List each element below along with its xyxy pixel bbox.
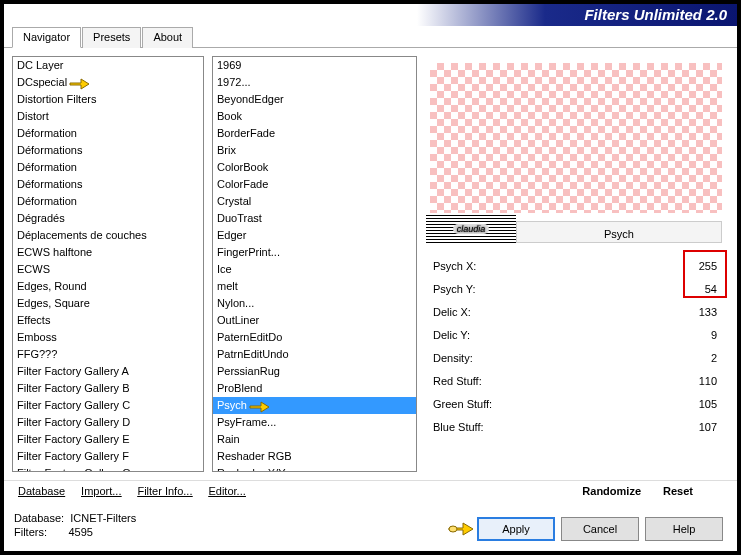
apply-button[interactable]: Apply [477, 517, 555, 541]
category-item[interactable]: Filter Factory Gallery F [13, 448, 203, 465]
help-button[interactable]: Help [645, 517, 723, 541]
list-item-label: Déformation [17, 127, 77, 139]
category-item[interactable]: Effects [13, 312, 203, 329]
list-item-label: ProBlend [217, 382, 262, 394]
param-row[interactable]: Delic Y:9 [429, 323, 721, 346]
filter-item[interactable]: Ice [213, 261, 416, 278]
cancel-button[interactable]: Cancel [561, 517, 639, 541]
tab-navigator[interactable]: Navigator [12, 27, 81, 48]
filter-item[interactable]: Book [213, 108, 416, 125]
param-row[interactable]: Blue Stuff:107 [429, 415, 721, 438]
param-row[interactable]: Psych Y:54 [429, 277, 721, 300]
filter-item[interactable]: Reshader RGB [213, 448, 416, 465]
filter-item[interactable]: PerssianRug [213, 363, 416, 380]
filter-item[interactable]: PaternEditDo [213, 329, 416, 346]
category-item[interactable]: DCspecial [13, 74, 203, 91]
filter-item[interactable]: DuoTrast [213, 210, 416, 227]
param-row[interactable]: Red Stuff:110 [429, 369, 721, 392]
list-item-label: Emboss [17, 331, 57, 343]
category-item[interactable]: Edges, Round [13, 278, 203, 295]
filter-item[interactable]: Reshader X/Y [213, 465, 416, 472]
filter-item[interactable]: Brix [213, 142, 416, 159]
category-item[interactable]: Distort [13, 108, 203, 125]
param-label: Density: [433, 352, 473, 364]
pointer-hand-icon [69, 76, 89, 90]
list-item-label: Nylon... [217, 297, 254, 309]
list-item-label: Déformation [17, 195, 77, 207]
filter-item[interactable]: Psych [213, 397, 416, 414]
param-value: 110 [677, 375, 717, 387]
list-item-label: DC Layer [17, 59, 63, 71]
category-item[interactable]: Filter Factory Gallery A [13, 363, 203, 380]
filter-item[interactable]: Rain [213, 431, 416, 448]
category-item[interactable]: FFG??? [13, 346, 203, 363]
category-item[interactable]: Déformation [13, 193, 203, 210]
parameters-panel: Psych X:255Psych Y:54Delic X:133Delic Y:… [425, 250, 729, 472]
category-item[interactable]: Dégradés [13, 210, 203, 227]
category-item[interactable]: Distortion Filters [13, 91, 203, 108]
category-item[interactable]: ECWS halftone [13, 244, 203, 261]
tab-presets[interactable]: Presets [82, 27, 141, 48]
filter-item[interactable]: ProBlend [213, 380, 416, 397]
param-label: Blue Stuff: [433, 421, 484, 433]
filter-item[interactable]: 1972... [213, 74, 416, 91]
list-item-label: Déformations [17, 144, 82, 156]
list-item-label: Ice [217, 263, 232, 275]
category-item[interactable]: Filter Factory Gallery D [13, 414, 203, 431]
list-item-label: Filter Factory Gallery B [17, 382, 129, 394]
category-list[interactable]: DC LayerDCspecialDistortion FiltersDisto… [12, 56, 204, 472]
category-item[interactable]: Filter Factory Gallery E [13, 431, 203, 448]
filter-item[interactable]: BorderFade [213, 125, 416, 142]
param-value: 105 [677, 398, 717, 410]
randomize-link[interactable]: Randomize [582, 485, 641, 497]
filter-item[interactable]: FingerPrint... [213, 244, 416, 261]
editor-link[interactable]: Editor... [208, 485, 245, 497]
import-link[interactable]: Import... [81, 485, 121, 497]
filter-item[interactable]: 1969 [213, 57, 416, 74]
filter-item[interactable]: Crystal [213, 193, 416, 210]
category-item[interactable]: Déformations [13, 142, 203, 159]
list-item-label: Déplacements de couches [17, 229, 147, 241]
list-item-label: Book [217, 110, 242, 122]
list-item-label: DuoTrast [217, 212, 262, 224]
content-area: DC LayerDCspecialDistortion FiltersDisto… [4, 48, 737, 480]
app-title: Filters Unlimited 2.0 [584, 6, 727, 23]
filter-info-link[interactable]: Filter Info... [137, 485, 192, 497]
param-label: Psych Y: [433, 283, 476, 295]
tab-about[interactable]: About [142, 27, 193, 48]
category-item[interactable]: Déformation [13, 159, 203, 176]
category-item[interactable]: Déformations [13, 176, 203, 193]
filter-item[interactable]: Edger [213, 227, 416, 244]
category-item[interactable]: Edges, Square [13, 295, 203, 312]
filter-item[interactable]: ColorFade [213, 176, 416, 193]
param-row[interactable]: Psych X:255 [429, 254, 721, 277]
filter-item[interactable]: ColorBook [213, 159, 416, 176]
category-item[interactable]: Emboss [13, 329, 203, 346]
param-value: 133 [677, 306, 717, 318]
filter-label-row: claudia Psych [426, 215, 722, 245]
filter-item[interactable]: OutLiner [213, 312, 416, 329]
list-item-label: Distort [17, 110, 49, 122]
category-item[interactable]: Déformation [13, 125, 203, 142]
category-item[interactable]: ECWS [13, 261, 203, 278]
database-link[interactable]: Database [18, 485, 65, 497]
category-item[interactable]: DC Layer [13, 57, 203, 74]
button-row: Apply Cancel Help [447, 517, 723, 541]
category-item[interactable]: Déplacements de couches [13, 227, 203, 244]
category-item[interactable]: Filter Factory Gallery G [13, 465, 203, 472]
param-row[interactable]: Green Stuff:105 [429, 392, 721, 415]
category-item[interactable]: Filter Factory Gallery C [13, 397, 203, 414]
filter-list[interactable]: 19691972...BeyondEdgerBookBorderFadeBrix… [212, 56, 417, 472]
filter-item[interactable]: Nylon... [213, 295, 416, 312]
param-row[interactable]: Density:2 [429, 346, 721, 369]
filter-item[interactable]: melt [213, 278, 416, 295]
param-value: 9 [677, 329, 717, 341]
list-item-label: 1969 [217, 59, 241, 71]
current-filter-name: Psych [516, 221, 722, 243]
reset-link[interactable]: Reset [663, 485, 693, 497]
param-row[interactable]: Delic X:133 [429, 300, 721, 323]
filter-item[interactable]: PsyFrame... [213, 414, 416, 431]
category-item[interactable]: Filter Factory Gallery B [13, 380, 203, 397]
filter-item[interactable]: BeyondEdger [213, 91, 416, 108]
filter-item[interactable]: PatrnEditUndo [213, 346, 416, 363]
